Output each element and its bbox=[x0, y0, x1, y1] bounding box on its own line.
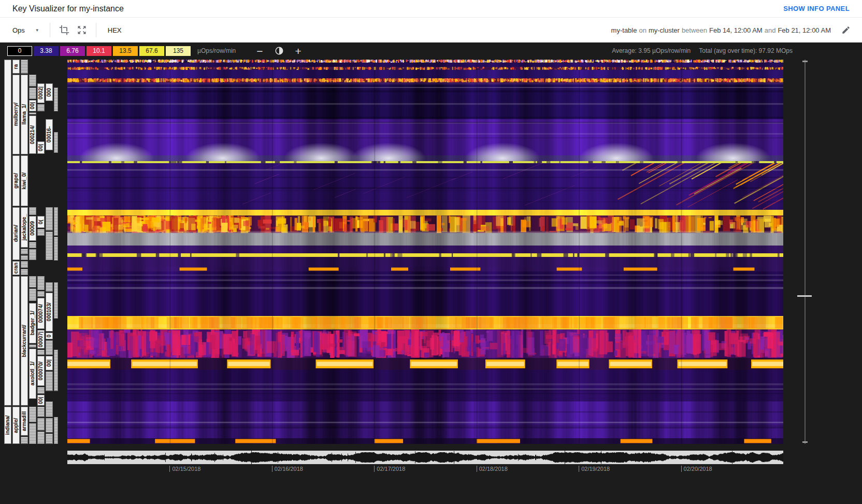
key-range-apple[interactable]: apple/ bbox=[12, 407, 20, 444]
key-range-000103[interactable]: 000103/ bbox=[46, 293, 53, 332]
key-range[interactable] bbox=[37, 350, 45, 355]
key-range[interactable] bbox=[29, 112, 36, 114]
activity-strip[interactable] bbox=[67, 451, 783, 464]
key-range[interactable] bbox=[37, 387, 45, 394]
show-info-panel-button[interactable]: SHOW INFO PANEL bbox=[783, 5, 850, 12]
key-range[interactable] bbox=[46, 232, 53, 260]
legend-stop-13.5[interactable]: 13.5 bbox=[113, 46, 138, 56]
key-range[interactable] bbox=[54, 350, 58, 391]
timeline-tick bbox=[374, 466, 375, 472]
key-range[interactable] bbox=[29, 344, 36, 348]
fullscreen-button[interactable] bbox=[73, 21, 91, 39]
key-range-badger1[interactable]: badger_1/ bbox=[29, 303, 36, 343]
key-range[interactable] bbox=[37, 291, 45, 297]
key-range-00[interactable]: 00| bbox=[37, 395, 45, 406]
heatmap-canvas[interactable] bbox=[67, 60, 783, 444]
key-range[interactable] bbox=[37, 407, 45, 417]
timeline-date-label: 02/19/2018 bbox=[581, 466, 610, 472]
key-range-axolotl1[interactable]: axolotl_1/ bbox=[29, 349, 36, 399]
key-range-llama1[interactable]: llama_1/ bbox=[21, 75, 28, 154]
key-range[interactable] bbox=[29, 276, 36, 287]
key-range[interactable] bbox=[37, 229, 45, 236]
key-range-00[interactable]: 00| bbox=[29, 100, 36, 111]
key-range[interactable] bbox=[46, 434, 53, 444]
key-range[interactable] bbox=[12, 276, 20, 406]
key-range-indiana[interactable]: indiana/ bbox=[4, 407, 11, 444]
key-range[interactable] bbox=[29, 249, 36, 260]
key-range-000214[interactable]: 000214/ bbox=[29, 116, 36, 154]
pencil-icon bbox=[841, 25, 851, 35]
key-range-durian[interactable]: durian/ bbox=[12, 207, 20, 260]
key-range[interactable] bbox=[29, 88, 36, 99]
key-range[interactable] bbox=[37, 276, 45, 290]
key-range[interactable] bbox=[54, 88, 58, 111]
legend-stop-10.1[interactable]: 10.1 bbox=[87, 46, 111, 56]
metric-select[interactable]: Ops ▼ bbox=[7, 23, 45, 37]
key-range[interactable] bbox=[21, 261, 28, 268]
legend-stop-3.38[interactable]: 3.38 bbox=[34, 46, 59, 56]
legend-stop-6.76[interactable]: 6.76 bbox=[60, 46, 85, 56]
key-range-000[interactable]: 000 bbox=[46, 83, 53, 101]
key-range[interactable] bbox=[37, 104, 45, 111]
key-range-kiwi0[interactable]: kiwi_0/ bbox=[21, 155, 28, 206]
key-range-cran[interactable]: cran bbox=[12, 261, 20, 275]
key-range[interactable] bbox=[29, 242, 36, 248]
key-range[interactable] bbox=[21, 60, 28, 74]
key-range[interactable] bbox=[54, 282, 58, 319]
key-range[interactable] bbox=[54, 132, 58, 153]
key-range[interactable] bbox=[37, 431, 45, 444]
scroll-bottom-tick bbox=[802, 441, 808, 443]
key-range-grape[interactable]: grape/ bbox=[12, 155, 20, 206]
key-range[interactable] bbox=[21, 249, 28, 254]
key-range[interactable] bbox=[54, 207, 58, 236]
key-range-00[interactable]: 00| bbox=[37, 141, 45, 154]
key-range-00009[interactable]: 00009 bbox=[29, 216, 36, 241]
key-range[interactable] bbox=[29, 207, 36, 215]
key-range-000070[interactable]: 000070/ bbox=[37, 356, 45, 386]
key-range[interactable] bbox=[29, 423, 36, 444]
key-range[interactable] bbox=[46, 418, 53, 433]
legend-stop-135[interactable]: 135 bbox=[166, 46, 191, 56]
key-range[interactable] bbox=[29, 407, 36, 422]
key-range[interactable] bbox=[4, 60, 11, 406]
key-range[interactable] bbox=[29, 289, 36, 301]
key-range[interactable] bbox=[21, 269, 28, 275]
hex-toggle-button[interactable]: HEX bbox=[102, 23, 128, 37]
key-range-0002[interactable]: 0002| bbox=[37, 83, 45, 103]
key-range[interactable] bbox=[37, 418, 45, 430]
key-range-00[interactable]: 00| bbox=[46, 356, 53, 370]
legend-stop-0[interactable]: 0 bbox=[7, 46, 32, 56]
key-range-00016[interactable]: 00016- bbox=[46, 119, 53, 150]
key-range-000074[interactable]: 000074/ bbox=[37, 298, 45, 329]
key-range-jackalope[interactable]: jackalope_ bbox=[21, 207, 28, 248]
activity-waveform-canvas[interactable] bbox=[67, 451, 783, 464]
key-range-0[interactable]: 0 bbox=[46, 333, 53, 339]
key-range[interactable] bbox=[46, 401, 53, 417]
legend-stop-67.6[interactable]: 67.6 bbox=[139, 46, 164, 56]
key-range[interactable] bbox=[21, 437, 28, 444]
key-range[interactable] bbox=[54, 237, 58, 261]
scroll-handle[interactable] bbox=[797, 295, 812, 297]
key-range-00007[interactable]: 00007| bbox=[37, 330, 45, 349]
key-range-mulberry[interactable]: mulberry/ bbox=[12, 75, 20, 154]
key-range-0[interactable]: 0( bbox=[37, 216, 45, 228]
key-range-armadill[interactable]: armadill bbox=[21, 407, 28, 436]
key-range[interactable] bbox=[46, 371, 53, 391]
key-range[interactable] bbox=[21, 255, 28, 260]
zoom-in-button[interactable]: + bbox=[295, 46, 301, 56]
toolbar-divider bbox=[50, 23, 50, 37]
zoom-out-button[interactable]: − bbox=[256, 46, 263, 56]
key-range-blackcurrant[interactable]: blackcurrant/ bbox=[21, 276, 28, 406]
vertical-scrollbar[interactable] bbox=[804, 60, 806, 444]
key-range[interactable] bbox=[46, 282, 53, 292]
key-range[interactable] bbox=[46, 340, 53, 355]
contrast-button[interactable] bbox=[275, 46, 284, 55]
key-range[interactable] bbox=[46, 207, 53, 231]
edit-range-button[interactable] bbox=[837, 21, 855, 39]
key-range[interactable] bbox=[29, 75, 36, 87]
key-range[interactable] bbox=[54, 417, 58, 444]
key-range-label: 00| bbox=[38, 144, 44, 151]
page-title: Key Visualizer for my-instance bbox=[12, 4, 124, 13]
crop-button[interactable] bbox=[55, 21, 73, 39]
key-range-ra[interactable]: ra bbox=[12, 60, 20, 74]
